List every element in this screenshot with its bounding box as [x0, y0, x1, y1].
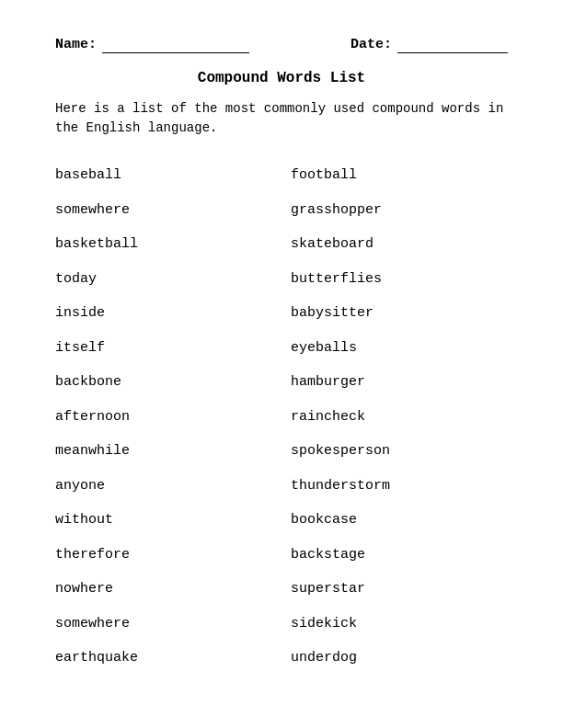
name-label: Name: — [55, 37, 97, 52]
name-field: Name: — [55, 37, 249, 53]
list-item: superstar — [282, 572, 508, 607]
list-item: somewhere — [55, 607, 282, 642]
date-line — [397, 37, 508, 53]
list-item: sidekick — [282, 607, 508, 642]
list-item: backbone — [55, 365, 282, 400]
list-item: today — [55, 262, 282, 297]
list-item: thunderstorm — [282, 469, 508, 504]
list-item: babysitter — [282, 296, 508, 331]
list-item: meanwhile — [55, 434, 282, 469]
list-item: nowhere — [55, 572, 282, 607]
list-item: football — [282, 158, 508, 193]
list-item: earthquake — [55, 641, 282, 676]
header-row: Name: Date: — [55, 37, 508, 53]
list-item: therefore — [55, 538, 282, 573]
date-label: Date: — [350, 37, 392, 52]
list-item: somewhere — [55, 193, 282, 228]
word-list: baseballfootballsomewheregrasshopperbask… — [55, 158, 508, 676]
list-item: basketball — [55, 227, 282, 262]
name-line — [102, 37, 249, 53]
list-item: raincheck — [282, 400, 508, 435]
page-title: Compound Words List — [55, 70, 508, 86]
list-item: anyone — [55, 469, 282, 504]
list-item: baseball — [55, 158, 282, 193]
list-item: itself — [55, 331, 282, 366]
list-item: skateboard — [282, 227, 508, 262]
list-item: underdog — [282, 641, 508, 676]
list-item: eyeballs — [282, 331, 508, 366]
list-item: without — [55, 503, 282, 538]
list-item: butterflies — [282, 262, 508, 297]
date-field: Date: — [350, 37, 508, 53]
list-item: bookcase — [282, 503, 508, 538]
list-item: inside — [55, 296, 282, 331]
intro-text: Here is a list of the most commonly used… — [55, 99, 508, 138]
list-item: hamburger — [282, 365, 508, 400]
list-item: grasshopper — [282, 193, 508, 228]
list-item: afternoon — [55, 400, 282, 435]
list-item: spokesperson — [282, 434, 508, 469]
list-item: backstage — [282, 538, 508, 573]
